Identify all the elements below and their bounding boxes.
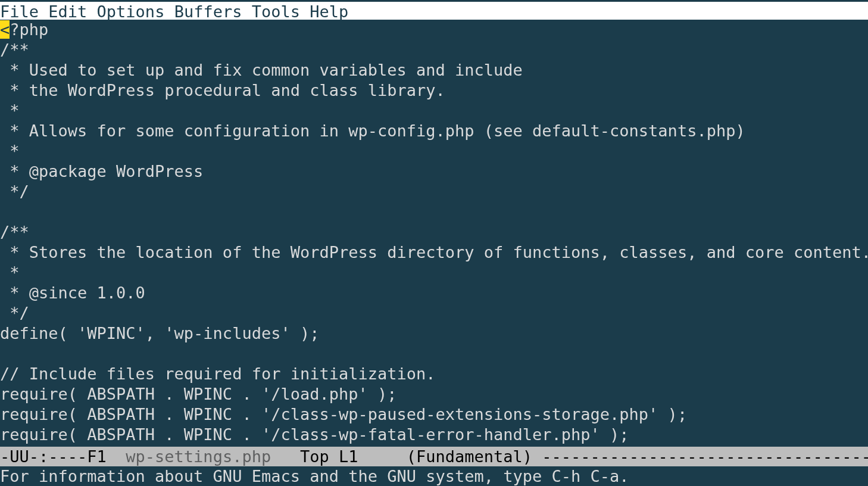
- code-line: * @since 1.0.0: [0, 284, 145, 302]
- code-line: /**: [0, 223, 29, 241]
- code-line: * the WordPress procedural and class lib…: [0, 81, 445, 99]
- code-line: require( ABSPATH . WPINC . '/load.php' )…: [0, 385, 396, 403]
- code-line: */: [0, 304, 29, 322]
- code-line: *: [0, 142, 20, 160]
- modeline-position: Top L1: [271, 447, 407, 466]
- modeline-trail: ----------------------------------------: [532, 447, 868, 466]
- menu-file[interactable]: File: [0, 2, 39, 21]
- text-cursor: <: [0, 20, 10, 39]
- modeline-mode: (Fundamental): [407, 447, 532, 466]
- modeline-buffer-name: wp-settings.php: [126, 447, 271, 466]
- menu-tools[interactable]: Tools: [252, 2, 300, 21]
- code-line: */: [0, 182, 29, 201]
- code-line: require( ABSPATH . WPINC . '/class-wp-pa…: [0, 405, 687, 423]
- code-line: * Used to set up and fix common variable…: [0, 61, 523, 79]
- code-line: ?php: [10, 20, 48, 39]
- code-line: *: [0, 101, 20, 120]
- menu-edit[interactable]: Edit: [48, 2, 87, 21]
- menubar: File Edit Options Buffers Tools Help: [0, 0, 868, 20]
- code-line: require( ABSPATH . WPINC . '/class-wp-fa…: [0, 425, 629, 444]
- code-line: /**: [0, 40, 29, 59]
- minibuffer[interactable]: For information about GNU Emacs and the …: [0, 466, 868, 486]
- modeline: -UU-:----F1 wp-settings.php Top L1 (Fund…: [0, 447, 868, 466]
- code-line: *: [0, 263, 20, 282]
- code-line: * @package WordPress: [0, 162, 203, 180]
- menu-buffers[interactable]: Buffers: [174, 2, 242, 21]
- code-line: define( 'WPINC', 'wp-includes' );: [0, 324, 319, 342]
- menu-help[interactable]: Help: [310, 2, 348, 21]
- modeline-status: -UU-:----F1: [0, 447, 126, 466]
- menu-options[interactable]: Options: [97, 2, 165, 21]
- editor-buffer[interactable]: <?php /** * Used to set up and fix commo…: [0, 20, 868, 447]
- code-line: * Stores the location of the WordPress d…: [0, 243, 868, 261]
- code-line: * Allows for some configuration in wp-co…: [0, 122, 745, 140]
- code-line: // Include files required for initializa…: [0, 364, 436, 383]
- minibuffer-text: For information about GNU Emacs and the …: [0, 467, 629, 485]
